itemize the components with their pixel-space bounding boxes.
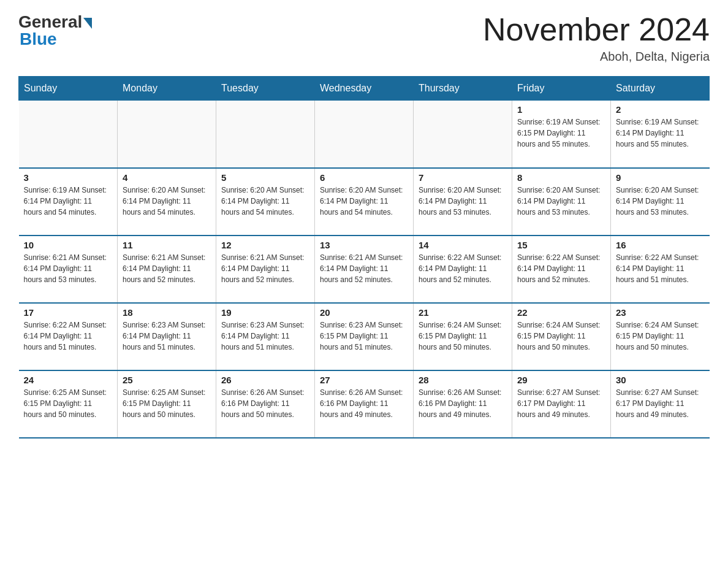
day-info: Sunrise: 6:21 AM Sunset: 6:14 PM Dayligh… bbox=[24, 252, 113, 285]
day-of-week-monday: Monday bbox=[118, 77, 216, 101]
calendar-cell bbox=[118, 101, 216, 168]
day-number: 14 bbox=[419, 240, 507, 250]
calendar-cell: 19Sunrise: 6:23 AM Sunset: 6:14 PM Dayli… bbox=[216, 303, 315, 370]
day-info: Sunrise: 6:21 AM Sunset: 6:14 PM Dayligh… bbox=[221, 252, 309, 285]
calendar-cell: 29Sunrise: 6:27 AM Sunset: 6:17 PM Dayli… bbox=[512, 370, 611, 438]
day-info: Sunrise: 6:21 AM Sunset: 6:14 PM Dayligh… bbox=[320, 252, 408, 285]
day-info: Sunrise: 6:24 AM Sunset: 6:15 PM Dayligh… bbox=[419, 320, 507, 353]
day-number: 16 bbox=[616, 240, 705, 250]
day-number: 3 bbox=[24, 172, 113, 183]
day-number: 27 bbox=[320, 375, 408, 385]
calendar-cell: 17Sunrise: 6:22 AM Sunset: 6:14 PM Dayli… bbox=[19, 303, 118, 370]
calendar-cell: 20Sunrise: 6:23 AM Sunset: 6:15 PM Dayli… bbox=[315, 303, 414, 370]
day-info: Sunrise: 6:22 AM Sunset: 6:14 PM Dayligh… bbox=[24, 320, 113, 353]
day-info: Sunrise: 6:19 AM Sunset: 6:14 PM Dayligh… bbox=[616, 117, 705, 150]
month-title: November 2024 bbox=[483, 12, 710, 47]
day-number: 25 bbox=[123, 375, 211, 385]
day-info: Sunrise: 6:27 AM Sunset: 6:17 PM Dayligh… bbox=[517, 387, 605, 420]
calendar-cell: 5Sunrise: 6:20 AM Sunset: 6:14 PM Daylig… bbox=[216, 168, 315, 236]
day-number: 5 bbox=[221, 172, 309, 183]
calendar-cell: 11Sunrise: 6:21 AM Sunset: 6:14 PM Dayli… bbox=[118, 236, 216, 303]
day-number: 22 bbox=[517, 307, 605, 318]
calendar-cell: 26Sunrise: 6:26 AM Sunset: 6:16 PM Dayli… bbox=[216, 370, 315, 438]
calendar-table: SundayMondayTuesdayWednesdayThursdayFrid… bbox=[18, 76, 710, 439]
day-number: 18 bbox=[123, 307, 211, 318]
day-of-week-sunday: Sunday bbox=[19, 77, 118, 101]
day-number: 23 bbox=[616, 307, 705, 318]
calendar-cell: 7Sunrise: 6:20 AM Sunset: 6:14 PM Daylig… bbox=[414, 168, 512, 236]
week-row-1: 1Sunrise: 6:19 AM Sunset: 6:15 PM Daylig… bbox=[19, 101, 710, 168]
day-info: Sunrise: 6:19 AM Sunset: 6:14 PM Dayligh… bbox=[24, 185, 113, 218]
day-info: Sunrise: 6:19 AM Sunset: 6:15 PM Dayligh… bbox=[517, 117, 605, 150]
day-number: 7 bbox=[419, 172, 507, 183]
day-number: 21 bbox=[419, 307, 507, 318]
location-text: Aboh, Delta, Nigeria bbox=[483, 50, 710, 64]
day-number: 28 bbox=[419, 375, 507, 385]
day-info: Sunrise: 6:24 AM Sunset: 6:15 PM Dayligh… bbox=[616, 320, 705, 353]
day-info: Sunrise: 6:20 AM Sunset: 6:14 PM Dayligh… bbox=[517, 185, 605, 218]
day-number: 30 bbox=[616, 375, 705, 385]
day-info: Sunrise: 6:25 AM Sunset: 6:15 PM Dayligh… bbox=[24, 387, 113, 420]
calendar-cell: 28Sunrise: 6:26 AM Sunset: 6:16 PM Dayli… bbox=[414, 370, 512, 438]
calendar-cell: 4Sunrise: 6:20 AM Sunset: 6:14 PM Daylig… bbox=[118, 168, 216, 236]
day-number: 15 bbox=[517, 240, 605, 250]
calendar-cell: 21Sunrise: 6:24 AM Sunset: 6:15 PM Dayli… bbox=[414, 303, 512, 370]
days-of-week-row: SundayMondayTuesdayWednesdayThursdayFrid… bbox=[19, 77, 710, 101]
calendar-cell bbox=[216, 101, 315, 168]
day-info: Sunrise: 6:21 AM Sunset: 6:14 PM Dayligh… bbox=[123, 252, 211, 285]
calendar-cell bbox=[315, 101, 414, 168]
day-info: Sunrise: 6:26 AM Sunset: 6:16 PM Dayligh… bbox=[419, 387, 507, 420]
calendar-cell: 6Sunrise: 6:20 AM Sunset: 6:14 PM Daylig… bbox=[315, 168, 414, 236]
calendar-cell: 30Sunrise: 6:27 AM Sunset: 6:17 PM Dayli… bbox=[611, 370, 710, 438]
day-info: Sunrise: 6:26 AM Sunset: 6:16 PM Dayligh… bbox=[320, 387, 408, 420]
calendar-cell: 2Sunrise: 6:19 AM Sunset: 6:14 PM Daylig… bbox=[611, 101, 710, 168]
day-info: Sunrise: 6:22 AM Sunset: 6:14 PM Dayligh… bbox=[419, 252, 507, 285]
day-of-week-thursday: Thursday bbox=[414, 77, 512, 101]
day-number: 24 bbox=[24, 375, 113, 385]
calendar-cell: 27Sunrise: 6:26 AM Sunset: 6:16 PM Dayli… bbox=[315, 370, 414, 438]
day-number: 2 bbox=[616, 104, 705, 115]
day-number: 19 bbox=[221, 307, 309, 318]
day-of-week-friday: Friday bbox=[512, 77, 611, 101]
day-number: 8 bbox=[517, 172, 605, 183]
day-info: Sunrise: 6:26 AM Sunset: 6:16 PM Dayligh… bbox=[221, 387, 309, 420]
calendar-cell: 9Sunrise: 6:20 AM Sunset: 6:14 PM Daylig… bbox=[611, 168, 710, 236]
calendar-cell: 23Sunrise: 6:24 AM Sunset: 6:15 PM Dayli… bbox=[611, 303, 710, 370]
day-info: Sunrise: 6:20 AM Sunset: 6:14 PM Dayligh… bbox=[616, 185, 705, 218]
day-info: Sunrise: 6:27 AM Sunset: 6:17 PM Dayligh… bbox=[616, 387, 705, 420]
calendar-cell: 1Sunrise: 6:19 AM Sunset: 6:15 PM Daylig… bbox=[512, 101, 611, 168]
day-info: Sunrise: 6:23 AM Sunset: 6:15 PM Dayligh… bbox=[320, 320, 408, 353]
calendar-header: SundayMondayTuesdayWednesdayThursdayFrid… bbox=[19, 77, 710, 101]
title-area: November 2024 Aboh, Delta, Nigeria bbox=[483, 12, 710, 64]
calendar-cell: 15Sunrise: 6:22 AM Sunset: 6:14 PM Dayli… bbox=[512, 236, 611, 303]
logo: General Blue bbox=[18, 12, 92, 49]
day-info: Sunrise: 6:20 AM Sunset: 6:14 PM Dayligh… bbox=[221, 185, 309, 218]
week-row-4: 17Sunrise: 6:22 AM Sunset: 6:14 PM Dayli… bbox=[19, 303, 710, 370]
day-info: Sunrise: 6:23 AM Sunset: 6:14 PM Dayligh… bbox=[221, 320, 309, 353]
week-row-5: 24Sunrise: 6:25 AM Sunset: 6:15 PM Dayli… bbox=[19, 370, 710, 438]
page-header: General Blue November 2024 Aboh, Delta, … bbox=[18, 12, 710, 64]
calendar-cell: 12Sunrise: 6:21 AM Sunset: 6:14 PM Dayli… bbox=[216, 236, 315, 303]
day-number: 29 bbox=[517, 375, 605, 385]
day-info: Sunrise: 6:24 AM Sunset: 6:15 PM Dayligh… bbox=[517, 320, 605, 353]
day-info: Sunrise: 6:25 AM Sunset: 6:15 PM Dayligh… bbox=[123, 387, 211, 420]
calendar-cell: 16Sunrise: 6:22 AM Sunset: 6:14 PM Dayli… bbox=[611, 236, 710, 303]
day-number: 12 bbox=[221, 240, 309, 250]
day-number: 10 bbox=[24, 240, 113, 250]
day-number: 4 bbox=[123, 172, 211, 183]
logo-blue-text: Blue bbox=[20, 29, 57, 49]
calendar-cell: 10Sunrise: 6:21 AM Sunset: 6:14 PM Dayli… bbox=[19, 236, 118, 303]
day-info: Sunrise: 6:20 AM Sunset: 6:14 PM Dayligh… bbox=[419, 185, 507, 218]
day-of-week-tuesday: Tuesday bbox=[216, 77, 315, 101]
day-number: 6 bbox=[320, 172, 408, 183]
week-row-2: 3Sunrise: 6:19 AM Sunset: 6:14 PM Daylig… bbox=[19, 168, 710, 236]
day-info: Sunrise: 6:23 AM Sunset: 6:14 PM Dayligh… bbox=[123, 320, 211, 353]
day-number: 26 bbox=[221, 375, 309, 385]
calendar-cell: 13Sunrise: 6:21 AM Sunset: 6:14 PM Dayli… bbox=[315, 236, 414, 303]
day-info: Sunrise: 6:22 AM Sunset: 6:14 PM Dayligh… bbox=[517, 252, 605, 285]
calendar-cell: 22Sunrise: 6:24 AM Sunset: 6:15 PM Dayli… bbox=[512, 303, 611, 370]
calendar-cell bbox=[19, 101, 118, 168]
day-info: Sunrise: 6:22 AM Sunset: 6:14 PM Dayligh… bbox=[616, 252, 705, 285]
calendar-cell: 25Sunrise: 6:25 AM Sunset: 6:15 PM Dayli… bbox=[118, 370, 216, 438]
calendar-cell: 14Sunrise: 6:22 AM Sunset: 6:14 PM Dayli… bbox=[414, 236, 512, 303]
